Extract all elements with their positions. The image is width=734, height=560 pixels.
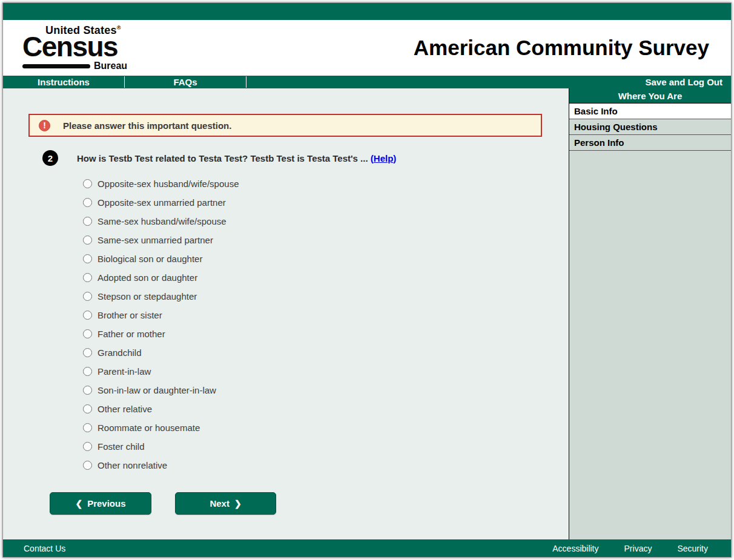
sidebar-item-housing-questions[interactable]: Housing Questions	[569, 119, 731, 135]
warning-exclamation-icon: !	[39, 120, 50, 131]
next-button[interactable]: Next ❯	[175, 492, 276, 515]
option-label[interactable]: Same-sex husband/wife/spouse	[98, 216, 226, 226]
radio-option[interactable]: Son-in-law or daughter-in-law	[83, 381, 569, 400]
where-you-are-sidebar: Where You Are Basic Info Housing Questio…	[569, 88, 731, 539]
radio-button[interactable]	[83, 273, 92, 282]
radio-option[interactable]: Foster child	[83, 437, 569, 456]
option-label[interactable]: Same-sex unmarried partner	[98, 235, 213, 245]
radio-option[interactable]: Stepson or stepdaughter	[83, 287, 569, 306]
main-content: ! Please answer this important question.…	[3, 88, 569, 539]
radio-option[interactable]: Grandchild	[83, 343, 569, 362]
option-label[interactable]: Biological son or daughter	[98, 254, 202, 264]
chevron-left-icon: ❮	[75, 499, 82, 509]
option-label[interactable]: Adopted son or daughter	[98, 272, 197, 283]
radio-button[interactable]	[83, 386, 92, 395]
sidebar-item-basic-info[interactable]: Basic Info	[569, 104, 731, 119]
radio-option[interactable]: Brother or sister	[83, 306, 569, 324]
security-link[interactable]: Security	[677, 544, 708, 553]
previous-button[interactable]: ❮ Previous	[50, 492, 151, 515]
radio-button[interactable]	[83, 179, 92, 188]
radio-button[interactable]	[83, 254, 92, 263]
nav-instructions[interactable]: Instructions	[3, 76, 124, 88]
sidebar-title: Where You Are	[569, 88, 731, 104]
chevron-right-icon: ❯	[234, 499, 242, 509]
contact-us-link[interactable]: Contact Us	[24, 544, 65, 553]
radio-button[interactable]	[83, 198, 92, 207]
main-navbar: Instructions FAQs Save and Log Out	[3, 76, 731, 88]
option-label[interactable]: Foster child	[98, 441, 145, 452]
logo-underline-bar	[22, 64, 90, 68]
question: 2 How is Testb Test related to Testa Tes…	[42, 150, 569, 166]
top-green-strip	[3, 3, 731, 20]
accessibility-link[interactable]: Accessibility	[552, 544, 598, 553]
alert-message: Please answer this important question.	[63, 120, 231, 131]
radio-option[interactable]: Roommate or housemate	[83, 418, 569, 437]
radio-button[interactable]	[83, 236, 92, 245]
option-label[interactable]: Opposite-sex unmarried partner	[98, 197, 226, 208]
navigation-buttons: ❮ Previous Next ❯	[50, 492, 569, 515]
radio-button[interactable]	[83, 442, 92, 451]
option-label[interactable]: Other nonrelative	[98, 460, 167, 470]
option-label[interactable]: Roommate or housemate	[98, 423, 200, 433]
radio-button[interactable]	[83, 311, 92, 320]
radio-option[interactable]: Same-sex unmarried partner	[83, 231, 569, 249]
option-label[interactable]: Stepson or stepdaughter	[98, 291, 197, 301]
nav-separator	[246, 76, 246, 88]
census-bureau-logo: United States® Census Bureau	[22, 25, 127, 71]
radio-option[interactable]: Biological son or daughter	[83, 249, 569, 268]
radio-button[interactable]	[83, 348, 92, 357]
radio-option[interactable]: Father or mother	[83, 324, 569, 343]
registered-trademark-icon: ®	[117, 25, 121, 31]
radio-option[interactable]: Opposite-sex husband/wife/spouse	[83, 174, 569, 193]
page-header: United States® Census Bureau American Co…	[3, 20, 731, 76]
option-label[interactable]: Brother or sister	[98, 310, 162, 320]
answer-options: Opposite-sex husband/wife/spouse Opposit…	[83, 174, 569, 475]
help-link[interactable]: (Help)	[371, 153, 397, 163]
option-label[interactable]: Father or mother	[98, 329, 165, 339]
sidebar-item-person-info[interactable]: Person Info	[569, 135, 731, 151]
radio-option[interactable]: Same-sex husband/wife/spouse	[83, 212, 569, 231]
radio-button[interactable]	[83, 423, 92, 432]
save-and-logout-button[interactable]: Save and Log Out	[645, 76, 731, 88]
radio-option[interactable]: Adopted son or daughter	[83, 268, 569, 287]
logo-census: Census	[22, 36, 127, 59]
radio-button[interactable]	[83, 404, 92, 413]
question-number-badge: 2	[42, 150, 58, 166]
page-title: American Community Survey	[414, 36, 731, 60]
option-label[interactable]: Opposite-sex husband/wife/spouse	[98, 179, 239, 189]
radio-option[interactable]: Other nonrelative	[83, 456, 569, 475]
radio-button[interactable]	[83, 329, 92, 338]
page-footer: Contact Us Accessibility Privacy Securit…	[3, 539, 731, 557]
radio-button[interactable]	[83, 217, 92, 226]
option-label[interactable]: Other relative	[98, 404, 152, 414]
option-label[interactable]: Grandchild	[98, 348, 142, 358]
radio-option[interactable]: Other relative	[83, 400, 569, 418]
option-label[interactable]: Parent-in-law	[98, 366, 151, 377]
validation-alert: ! Please answer this important question.	[28, 114, 542, 137]
question-text: How is Testb Test related to Testa Test?…	[77, 153, 396, 163]
browser-window: United States® Census Bureau American Co…	[2, 2, 732, 558]
radio-button[interactable]	[83, 292, 92, 301]
option-label[interactable]: Son-in-law or daughter-in-law	[98, 385, 216, 395]
radio-option[interactable]: Opposite-sex unmarried partner	[83, 193, 569, 212]
radio-button[interactable]	[83, 367, 92, 376]
privacy-link[interactable]: Privacy	[624, 544, 652, 553]
radio-option[interactable]: Parent-in-law	[83, 362, 569, 381]
logo-bureau: Bureau	[94, 61, 127, 71]
radio-button[interactable]	[83, 461, 92, 470]
nav-faqs[interactable]: FAQs	[125, 76, 246, 88]
